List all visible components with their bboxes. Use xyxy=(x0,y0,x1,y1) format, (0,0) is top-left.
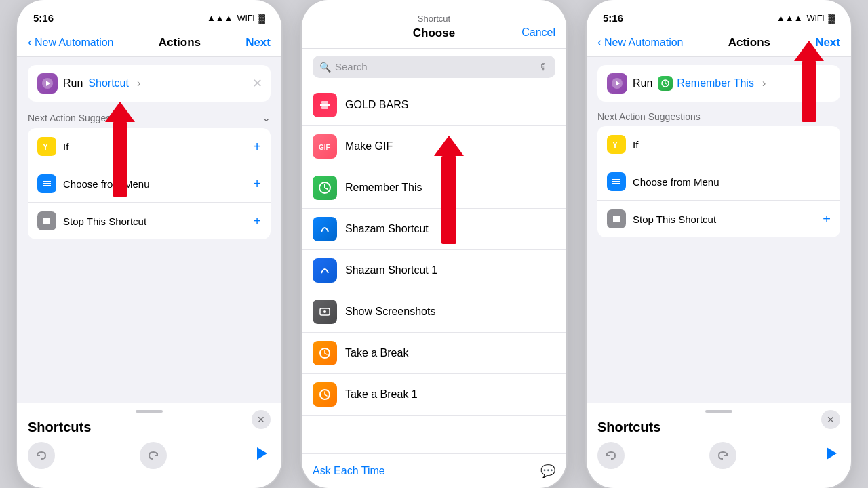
undo-button-left[interactable] xyxy=(28,442,55,469)
svg-rect-23 xyxy=(613,216,620,222)
right-phone-frame: 5:16 ▲▲▲ WiFi ▓ ‹ New Automation Actions… xyxy=(587,0,851,488)
nav-back-left[interactable]: ‹ New Automation xyxy=(28,35,114,49)
action-row-stop-right[interactable]: Stop This Shortcut + xyxy=(597,201,840,237)
middle-phone-wrapper: Shortcut Choose Cancel 🔍 Search 🎙 GOLD B… xyxy=(292,0,576,488)
status-icons-left: ▲▲▲ WiFi ▓ xyxy=(207,13,265,23)
shortcut-item-shazam1[interactable]: Shazam Shortcut 1 xyxy=(302,250,566,291)
run-shortcut-name-left[interactable]: Shortcut xyxy=(88,77,129,89)
bottom-actions-left xyxy=(28,442,271,469)
svg-rect-6 xyxy=(320,104,330,106)
nav-back-right[interactable]: ‹ New Automation xyxy=(597,35,684,49)
action-row-stop[interactable]: Stop This Shortcut + xyxy=(28,203,271,239)
chevron-left-icon: ‹ xyxy=(28,35,32,49)
play-button-right[interactable] xyxy=(821,444,840,468)
add-stop-button[interactable]: + xyxy=(253,214,261,229)
svg-rect-5 xyxy=(43,218,50,224)
action-label-if: If xyxy=(63,141,246,152)
nav-back-label-right: New Automation xyxy=(604,37,684,49)
shortcuts-close-right[interactable]: ✕ xyxy=(821,410,840,429)
screenshots-icon xyxy=(313,300,337,324)
chooser-cancel-button[interactable]: Cancel xyxy=(521,26,555,39)
action-list-left: Y If + Choose from Menu + Stop Th xyxy=(28,128,271,239)
left-screen-content: Run Shortcut › ✕ Next Action Suggestions… xyxy=(17,57,281,239)
svg-text:GIF: GIF xyxy=(319,144,330,151)
shortcut-item-text-last[interactable]: Text Last Image xyxy=(302,416,566,417)
chevron-left-icon-right: ‹ xyxy=(597,35,601,49)
shazam-label: Shazam Shortcut xyxy=(345,223,429,235)
shortcut-item-gold-bars[interactable]: GOLD BARS xyxy=(302,85,566,126)
action-row-menu-right[interactable]: Choose from Menu xyxy=(597,163,840,201)
signal-icon-right: ▲▲▲ xyxy=(776,13,803,23)
nav-back-label-left: New Automation xyxy=(35,37,114,49)
svg-rect-7 xyxy=(321,101,328,104)
run-shortcut-name-right[interactable]: Remember This xyxy=(677,77,754,89)
action-label-stop-right: Stop This Shortcut xyxy=(633,214,816,225)
svg-rect-2 xyxy=(43,181,51,182)
remember-this-small-icon xyxy=(658,76,673,91)
redo-button-right[interactable] xyxy=(709,442,736,469)
shazam1-label: Shazam Shortcut 1 xyxy=(345,264,437,277)
screenshots-label: Show Screenshots xyxy=(345,306,435,318)
middle-phone-frame: Shortcut Choose Cancel 🔍 Search 🎙 GOLD B… xyxy=(302,0,566,488)
svg-rect-22 xyxy=(612,183,620,184)
action-label-stop: Stop This Shortcut xyxy=(63,216,246,227)
section-header-right: Next Action Suggestions xyxy=(587,102,851,126)
svg-rect-20 xyxy=(612,179,620,180)
search-input[interactable]: Search xyxy=(335,61,535,73)
run-chevron-icon-right: › xyxy=(762,77,766,89)
action-list-right: Y If Choose from Menu Stop This Shortcut… xyxy=(597,126,840,237)
signal-icon: ▲▲▲ xyxy=(207,13,233,23)
action-label-menu-right: Choose from Menu xyxy=(633,176,831,188)
run-shortcut-row-left[interactable]: Run Shortcut › ✕ xyxy=(28,65,271,102)
shortcut-item-make-gif[interactable]: GIF Make GIF xyxy=(302,126,566,167)
microphone-icon[interactable]: 🎙 xyxy=(539,62,549,73)
nav-title-right: Actions xyxy=(728,36,770,49)
left-phone-frame: 5:16 ▲▲▲ WiFi ▓ ‹ New Automation Actions… xyxy=(17,0,281,488)
nav-next-right[interactable]: Next xyxy=(815,36,840,49)
search-bar[interactable]: 🔍 Search 🎙 xyxy=(313,56,555,78)
ask-each-time-row[interactable]: Ask Each Time 💬 xyxy=(302,453,566,488)
left-phone-wrapper: 5:16 ▲▲▲ WiFi ▓ ‹ New Automation Actions… xyxy=(7,0,292,488)
undo-button-right[interactable] xyxy=(597,442,625,469)
svg-rect-21 xyxy=(612,181,620,182)
shortcuts-close-left[interactable]: ✕ xyxy=(252,410,271,429)
add-stop-right-button[interactable]: + xyxy=(823,211,831,227)
action-row-menu[interactable]: Choose from Menu + xyxy=(28,165,271,203)
close-icon-left[interactable]: ✕ xyxy=(252,76,262,91)
chooser-header: Shortcut Choose Cancel xyxy=(302,0,566,49)
section-chevron-icon[interactable]: ⌄ xyxy=(262,111,271,124)
action-row-if-right[interactable]: Y If xyxy=(597,126,840,163)
shortcut-item-break1[interactable]: Take a Break 1 xyxy=(302,374,566,415)
action-row-if[interactable]: Y If + xyxy=(28,128,271,165)
wifi-icon-right: WiFi xyxy=(807,13,825,23)
nav-next-left[interactable]: Next xyxy=(245,36,271,49)
bottom-actions-right xyxy=(597,442,840,469)
search-icon: 🔍 xyxy=(319,62,331,73)
shazam-icon xyxy=(313,217,337,241)
play-button-left[interactable] xyxy=(252,444,271,468)
run-icon-left xyxy=(37,73,58,94)
shortcut-item-shazam[interactable]: Shazam Shortcut xyxy=(302,209,566,250)
redo-button-left[interactable] xyxy=(140,442,167,469)
run-icon-right xyxy=(607,73,627,94)
section-title-right: Next Action Suggestions xyxy=(597,111,701,122)
add-menu-button[interactable]: + xyxy=(253,176,261,192)
add-if-button[interactable]: + xyxy=(253,139,261,155)
gold-bars-icon xyxy=(313,93,337,117)
action-label-if-right: If xyxy=(633,139,831,150)
ask-each-time-label[interactable]: Ask Each Time xyxy=(313,465,385,477)
remember-this-icon xyxy=(313,176,337,200)
run-shortcut-row-right[interactable]: Run Remember This › xyxy=(597,65,840,102)
stop-icon xyxy=(37,211,56,230)
shortcut-item-break[interactable]: Take a Break xyxy=(302,333,566,374)
right-phone-wrapper: 5:16 ▲▲▲ WiFi ▓ ‹ New Automation Actions… xyxy=(576,0,861,488)
right-screen-content: Run Remember This › Next Action Suggesti… xyxy=(587,57,851,237)
break1-label: Take a Break 1 xyxy=(345,388,418,401)
shortcut-list: GOLD BARS GIF Make GIF Remember This Sha… xyxy=(302,85,566,417)
svg-rect-3 xyxy=(43,183,51,184)
shortcut-item-remember-this[interactable]: Remember This xyxy=(302,167,566,209)
shortcuts-title-left: Shortcuts xyxy=(28,420,271,435)
shortcut-item-screenshots[interactable]: Show Screenshots xyxy=(302,291,566,333)
status-time-right: 5:16 xyxy=(603,12,623,24)
shortcuts-title-right: Shortcuts xyxy=(597,420,840,435)
